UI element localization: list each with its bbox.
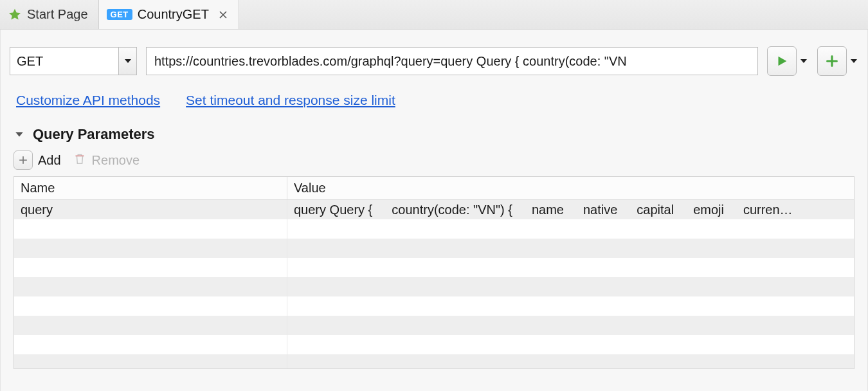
- col-value: Value: [287, 177, 854, 199]
- param-name-cell[interactable]: [14, 277, 287, 296]
- tab-label: Start Page: [27, 7, 88, 22]
- customize-api-link[interactable]: Customize API methods: [16, 93, 160, 108]
- param-name-cell[interactable]: query: [14, 200, 287, 219]
- param-name-cell[interactable]: [14, 296, 287, 316]
- section-title: Query Parameters: [33, 126, 155, 143]
- close-icon[interactable]: [218, 10, 228, 20]
- param-name-cell[interactable]: [14, 354, 287, 369]
- param-value-cell[interactable]: [287, 316, 854, 335]
- tab-label: CountryGET: [138, 7, 209, 22]
- add-menu-caret-icon[interactable]: [849, 57, 858, 66]
- timeout-link[interactable]: Set timeout and response size limit: [186, 93, 395, 108]
- table-body: queryquery Query {country(code: "VN") {n…: [14, 200, 854, 369]
- table-header: Name Value: [14, 177, 854, 200]
- col-name: Name: [14, 177, 287, 199]
- send-group: [767, 46, 808, 76]
- table-row[interactable]: [14, 354, 854, 369]
- param-value-cell[interactable]: [287, 258, 854, 277]
- request-row: GET https://countries.trevorblades.com/g…: [10, 46, 858, 76]
- request-panel: GET https://countries.trevorblades.com/g…: [0, 30, 868, 391]
- param-value-cell[interactable]: [287, 277, 854, 296]
- dropdown-caret-icon: [118, 48, 136, 75]
- add-label: Add: [38, 153, 61, 168]
- url-value: https://countries.trevorblades.com/graph…: [154, 54, 627, 69]
- remove-param-button: Remove: [73, 151, 140, 170]
- table-row[interactable]: [14, 219, 854, 239]
- query-params-table: Name Value queryquery Query {country(cod…: [14, 176, 854, 369]
- param-value-cell[interactable]: [287, 239, 854, 258]
- add-request-button[interactable]: [817, 46, 847, 76]
- table-row[interactable]: [14, 277, 854, 296]
- add-param-button[interactable]: Add: [14, 150, 61, 170]
- param-name-cell[interactable]: [14, 219, 287, 239]
- query-params-header: Query Parameters: [14, 126, 854, 143]
- param-value-cell[interactable]: [287, 219, 854, 239]
- settings-links: Customize API methods Set timeout and re…: [16, 93, 852, 108]
- param-name-cell[interactable]: [14, 335, 287, 354]
- disclosure-triangle-icon[interactable]: [14, 129, 25, 140]
- add-group: [817, 46, 858, 76]
- table-row[interactable]: [14, 296, 854, 316]
- http-method-value: GET: [10, 54, 118, 69]
- send-button[interactable]: [767, 46, 797, 76]
- table-row[interactable]: [14, 258, 854, 277]
- table-row[interactable]: [14, 316, 854, 335]
- param-name-cell[interactable]: [14, 239, 287, 258]
- param-name-cell[interactable]: [14, 316, 287, 335]
- param-value-cell[interactable]: [287, 296, 854, 316]
- send-menu-caret-icon[interactable]: [799, 57, 808, 66]
- param-value-cell[interactable]: query Query {country(code: "VN") {namena…: [287, 200, 854, 219]
- remove-label: Remove: [92, 153, 140, 168]
- table-row[interactable]: [14, 335, 854, 354]
- tab-countryget[interactable]: GET CountryGET: [99, 0, 239, 29]
- param-name-cell[interactable]: [14, 258, 287, 277]
- table-row[interactable]: queryquery Query {country(code: "VN") {n…: [14, 200, 854, 219]
- trash-icon: [73, 151, 87, 170]
- star-icon: [8, 8, 22, 22]
- url-input[interactable]: https://countries.trevorblades.com/graph…: [146, 47, 758, 75]
- plus-icon: [14, 150, 33, 170]
- param-value-cell[interactable]: [287, 354, 854, 369]
- table-row[interactable]: [14, 239, 854, 258]
- param-value-cell[interactable]: [287, 335, 854, 354]
- tab-start-page[interactable]: Start Page: [0, 0, 99, 29]
- method-badge: GET: [107, 9, 132, 20]
- param-toolbar: Add Remove: [14, 150, 854, 170]
- http-method-select[interactable]: GET: [10, 47, 137, 75]
- tab-bar: Start Page GET CountryGET: [0, 0, 868, 30]
